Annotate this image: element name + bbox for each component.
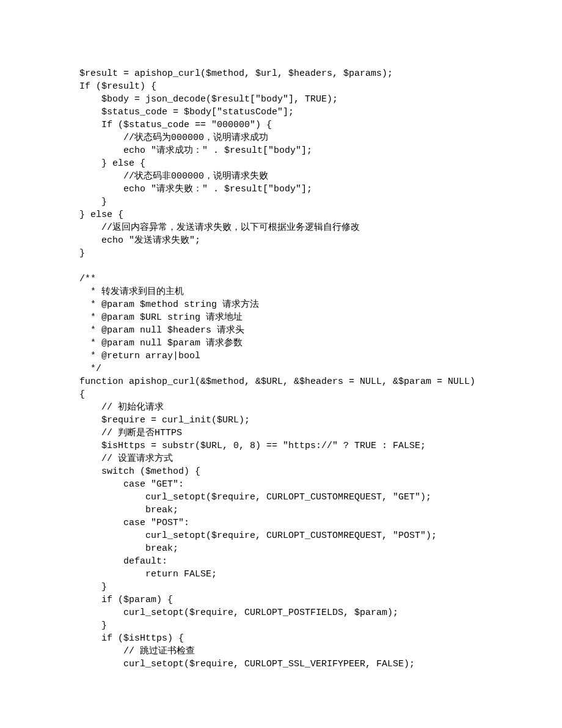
document-page: $result = apishop_curl($method, $url, $h… [0,0,562,728]
code-block: $result = apishop_curl($method, $url, $h… [79,67,483,671]
